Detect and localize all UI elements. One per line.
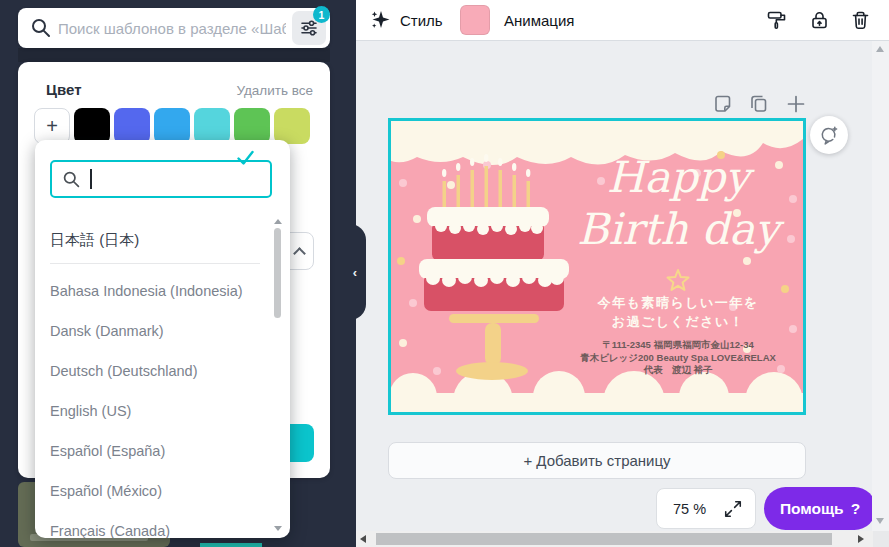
dropdown-scrollbar-thumb[interactable] xyxy=(274,228,281,318)
template-list-background xyxy=(18,48,330,62)
template-thumbnail-edge xyxy=(200,543,262,547)
filter-count-badge: 1 xyxy=(313,6,330,23)
search-icon xyxy=(62,170,81,189)
add-page-button[interactable]: + Добавить страницу xyxy=(388,442,806,479)
color-swatch-lime[interactable] xyxy=(274,108,310,144)
filter-button[interactable]: 1 xyxy=(292,11,326,45)
dropdown-scroll-up-arrow[interactable] xyxy=(274,219,282,224)
dropdown-scroll-down-arrow[interactable] xyxy=(274,526,282,531)
horizontal-scrollbar-thumb[interactable] xyxy=(376,533,832,545)
color-swatch-row: + xyxy=(34,108,310,144)
design-page-card[interactable]: Happy Birth day 今年も素晴らしい一年を お過ごしください！ 〒1… xyxy=(388,118,806,415)
scrollbar-corner xyxy=(873,531,889,547)
question-mark: ? xyxy=(851,500,860,518)
color-swatch-blue[interactable] xyxy=(114,108,150,144)
card-title[interactable]: Happy Birth day xyxy=(559,151,797,255)
language-option[interactable]: Français (Canada) xyxy=(35,511,270,538)
app-window: Стиль Анимация xyxy=(0,0,889,547)
trash-icon[interactable] xyxy=(849,9,871,31)
language-option[interactable]: Deutsch (Deutschland) xyxy=(35,351,270,391)
search-input[interactable] xyxy=(52,20,292,37)
card-message[interactable]: 今年も素晴らしい一年を お過ごしください！ xyxy=(563,293,793,331)
duplicate-page-icon[interactable] xyxy=(748,93,770,115)
lock-icon[interactable] xyxy=(808,9,830,31)
fullscreen-icon[interactable] xyxy=(723,499,743,519)
scroll-left-arrow[interactable] xyxy=(360,535,366,543)
language-option[interactable]: Español (México) xyxy=(35,471,270,511)
add-page-icon[interactable] xyxy=(785,93,807,115)
scroll-up-arrow[interactable] xyxy=(876,46,884,52)
language-dropdown: 日本語 (日本) Bahasa Indonesia (Indonesia) Da… xyxy=(35,140,290,538)
vertical-scrollbar[interactable] xyxy=(872,41,889,531)
language-option-selected[interactable]: 日本語 (日本) xyxy=(35,222,270,258)
paint-roller-icon[interactable] xyxy=(766,9,788,31)
context-toolbar: Стиль Анимация xyxy=(356,0,889,41)
scroll-down-arrow[interactable] xyxy=(876,518,884,524)
scroll-right-arrow[interactable] xyxy=(858,535,864,543)
color-swatch-lightblue[interactable] xyxy=(154,108,190,144)
search-icon xyxy=(30,17,52,39)
notes-icon[interactable] xyxy=(712,93,734,115)
comment-button[interactable] xyxy=(810,116,848,154)
template-search-bar: 1 xyxy=(18,8,330,48)
checkmark-icon xyxy=(237,150,254,165)
animation-label: Анимация xyxy=(504,12,574,29)
chevron-left-icon: ‹ xyxy=(353,265,357,280)
animation-button[interactable]: Анимация xyxy=(504,0,574,40)
text-cursor xyxy=(90,169,92,189)
color-swatch-teal[interactable] xyxy=(194,108,230,144)
chevron-up-icon xyxy=(293,247,306,260)
language-option[interactable]: English (US) xyxy=(35,391,270,431)
language-options-list: Bahasa Indonesia (Indonesia) Dansk (Danm… xyxy=(35,271,270,538)
card-address[interactable]: 〒111-2345 福岡県福岡市金山12-34 青木ビレッジ200 Beauty… xyxy=(541,339,806,377)
color-swatch-green[interactable] xyxy=(234,108,270,144)
add-color-button[interactable]: + xyxy=(34,108,70,144)
language-option[interactable]: Bahasa Indonesia (Indonesia) xyxy=(35,271,270,311)
color-section-title: Цвет xyxy=(46,81,81,98)
divider xyxy=(50,263,260,264)
zoom-value: 75 % xyxy=(673,501,706,517)
style-button[interactable]: Стиль xyxy=(370,0,443,40)
sidebar-collapse-tab[interactable]: ‹ xyxy=(338,224,366,320)
clear-all-link[interactable]: Удалить все xyxy=(236,83,313,98)
language-search-input[interactable] xyxy=(50,160,272,198)
zoom-control[interactable]: 75 % xyxy=(656,488,756,529)
language-option[interactable]: Dansk (Danmark) xyxy=(35,311,270,351)
language-option[interactable]: Español (España) xyxy=(35,431,270,471)
sparkle-icon xyxy=(370,9,392,31)
help-button[interactable]: Помощь ? xyxy=(764,487,876,530)
document-color-swatch[interactable] xyxy=(460,5,490,35)
style-label: Стиль xyxy=(400,12,443,29)
color-swatch-black[interactable] xyxy=(74,108,110,144)
comment-bubble-icon xyxy=(818,124,840,146)
